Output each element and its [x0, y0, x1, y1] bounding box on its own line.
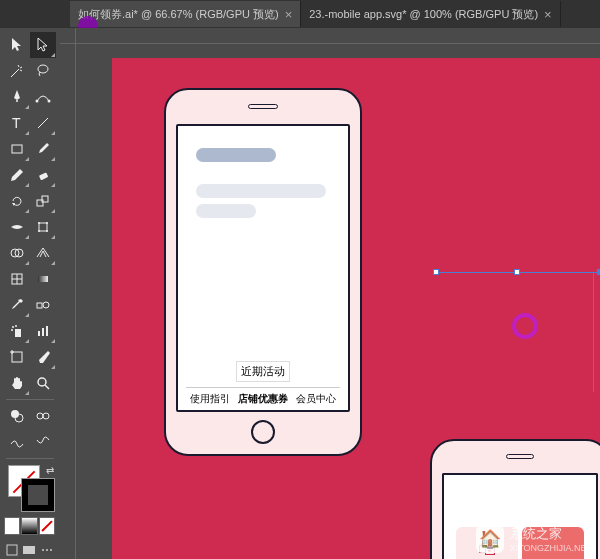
- tab-label: 如何领券.ai* @ 66.67% (RGB/GPU 预览): [78, 7, 279, 22]
- svg-point-42: [46, 549, 48, 551]
- watermark-title: 系统之家: [510, 525, 592, 543]
- width-tool[interactable]: [4, 214, 30, 240]
- rectangle-tool[interactable]: [4, 136, 30, 162]
- svg-rect-23: [15, 329, 21, 337]
- ruler-horizontal[interactable]: [76, 28, 600, 44]
- perspective-grid-tool[interactable]: [30, 240, 56, 266]
- svg-line-34: [45, 385, 49, 389]
- direct-selection-tool[interactable]: [30, 32, 56, 58]
- paintbrush-tool[interactable]: [30, 136, 56, 162]
- magic-wand-tool[interactable]: [4, 58, 30, 84]
- tab-2[interactable]: 23.-mobile app.svg* @ 100% (RGB/GPU 预览) …: [301, 1, 560, 27]
- ruler-corner[interactable]: [60, 28, 76, 44]
- shape-builder-tool[interactable]: [4, 240, 30, 266]
- phone-mockup-1[interactable]: 近期活动 使用指引 店铺优惠券 会员中心: [164, 88, 362, 456]
- svg-point-36: [15, 414, 23, 422]
- stroke-swatch[interactable]: [22, 479, 54, 511]
- curvature-tool[interactable]: [30, 84, 56, 110]
- swap-icon[interactable]: ⇄: [46, 465, 54, 476]
- activity-label: 近期活动: [236, 361, 290, 382]
- svg-point-26: [11, 329, 13, 331]
- svg-point-37: [37, 413, 43, 419]
- svg-rect-21: [37, 303, 42, 308]
- selection-edge: [593, 272, 600, 392]
- cursor-ring-icon: [512, 313, 538, 339]
- type-tool[interactable]: T: [4, 110, 30, 136]
- svg-point-22: [43, 302, 49, 308]
- svg-rect-6: [12, 145, 22, 153]
- drawing-mode[interactable]: [30, 403, 56, 429]
- watermark-subtitle: XITONGZHIJIA.NET: [510, 543, 592, 553]
- svg-point-12: [46, 222, 48, 224]
- pen-tool[interactable]: [4, 84, 30, 110]
- watermark-logo-icon: 🏠: [476, 525, 504, 553]
- placeholder-bar: [196, 184, 326, 198]
- canvas-area: 近期活动 使用指引 店铺优惠券 会员中心 🛍: [60, 28, 600, 559]
- phone-screen: 近期活动 使用指引 店铺优惠券 会员中心: [176, 124, 350, 412]
- svg-point-2: [36, 100, 39, 103]
- eyedropper-tool[interactable]: [4, 292, 30, 318]
- anchor-point[interactable]: [433, 269, 439, 275]
- color-mode-solid[interactable]: [4, 517, 20, 535]
- slice-tool[interactable]: [30, 344, 56, 370]
- svg-rect-10: [39, 223, 47, 231]
- selection-tool[interactable]: [4, 32, 30, 58]
- separator: [6, 458, 54, 459]
- svg-rect-30: [12, 352, 22, 362]
- rotate-tool[interactable]: [4, 188, 30, 214]
- svg-rect-39: [7, 545, 17, 555]
- separator: [6, 399, 54, 400]
- color-mode-none[interactable]: [39, 517, 55, 535]
- svg-rect-29: [46, 326, 48, 336]
- placeholder-bar: [196, 204, 256, 218]
- svg-rect-20: [38, 276, 48, 282]
- free-transform-tool[interactable]: [30, 214, 56, 240]
- artboard-tool[interactable]: [4, 344, 30, 370]
- svg-point-41: [42, 549, 44, 551]
- svg-rect-40: [23, 546, 35, 554]
- placeholder-bar: [196, 148, 276, 162]
- close-icon[interactable]: ×: [285, 7, 293, 22]
- color-mode-row: [4, 517, 56, 537]
- shaper-tool[interactable]: [4, 162, 30, 188]
- artboard[interactable]: 近期活动 使用指引 店铺优惠券 会员中心 🛍: [112, 58, 600, 559]
- home-button-icon: [251, 420, 275, 444]
- scale-tool[interactable]: [30, 188, 56, 214]
- phone-tab: 使用指引: [190, 392, 230, 406]
- tab-1[interactable]: 如何领券.ai* @ 66.67% (RGB/GPU 预览) ×: [70, 1, 301, 27]
- phone-tab: 会员中心: [296, 392, 336, 406]
- color-mode-gradient[interactable]: [21, 517, 37, 535]
- tab-label: 23.-mobile app.svg* @ 100% (RGB/GPU 预览): [309, 7, 538, 22]
- ruler-vertical[interactable]: [60, 44, 76, 559]
- svg-rect-28: [42, 328, 44, 336]
- draw-normal[interactable]: [4, 429, 30, 455]
- lasso-tool[interactable]: [30, 58, 56, 84]
- document-tabs: 如何领券.ai* @ 66.67% (RGB/GPU 预览) × 23.-mob…: [0, 0, 600, 28]
- hand-tool[interactable]: [4, 370, 30, 396]
- gradient-tool[interactable]: [30, 266, 56, 292]
- svg-text:T: T: [12, 115, 21, 131]
- toggle-fill-stroke[interactable]: [4, 403, 30, 429]
- screen-mode-full[interactable]: [21, 541, 37, 559]
- svg-point-1: [16, 100, 18, 102]
- svg-point-11: [38, 222, 40, 224]
- fill-stroke-swatches[interactable]: ⇄: [8, 465, 54, 511]
- edit-toolbar[interactable]: [39, 541, 55, 559]
- column-graph-tool[interactable]: [30, 318, 56, 344]
- mesh-tool[interactable]: [4, 266, 30, 292]
- screen-mode-normal[interactable]: [4, 541, 20, 559]
- anchor-point[interactable]: [514, 269, 520, 275]
- phone-speaker: [506, 454, 534, 459]
- zoom-tool[interactable]: [30, 370, 56, 396]
- phone-speaker: [248, 104, 278, 109]
- line-tool[interactable]: [30, 110, 56, 136]
- svg-point-33: [38, 378, 46, 386]
- draw-behind[interactable]: [30, 429, 56, 455]
- blend-tool[interactable]: [30, 292, 56, 318]
- symbol-sprayer-tool[interactable]: [4, 318, 30, 344]
- tools-panel: T: [0, 28, 60, 559]
- svg-point-14: [46, 230, 48, 232]
- eraser-tool[interactable]: [30, 162, 56, 188]
- svg-point-38: [43, 413, 49, 419]
- close-icon[interactable]: ×: [544, 7, 552, 22]
